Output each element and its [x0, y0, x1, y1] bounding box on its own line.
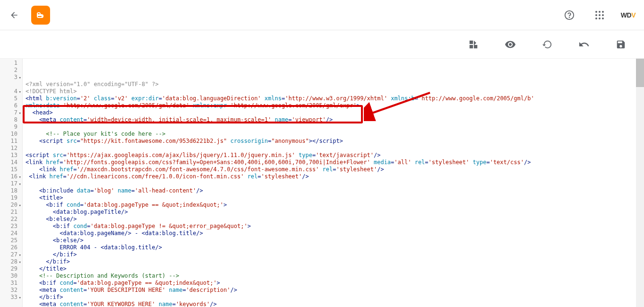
- line-number: 12: [0, 145, 17, 152]
- code-line[interactable]: <title>: [26, 194, 644, 202]
- code-line[interactable]: </b:if>: [26, 258, 644, 265]
- fold-marker[interactable]: ▾: [19, 88, 21, 96]
- app-header: WDV: [0, 0, 644, 30]
- line-number: 30: [0, 272, 17, 280]
- line-number: 13: [0, 152, 17, 159]
- restore-button[interactable]: [540, 37, 554, 52]
- svg-point-7: [602, 14, 604, 16]
- line-number: 8: [0, 116, 17, 123]
- code-line[interactable]: <b:if cond='data:blog.pageType == &quot;…: [26, 202, 644, 209]
- code-line[interactable]: <?xml version="1.0" encoding="UTF-8" ?>: [26, 81, 644, 88]
- help-icon[interactable]: [562, 8, 576, 22]
- line-number: 29: [0, 265, 17, 272]
- preview-button[interactable]: [503, 37, 517, 52]
- line-number: 2: [0, 67, 17, 74]
- save-button[interactable]: [614, 37, 628, 52]
- fold-marker[interactable]: ▾: [19, 181, 21, 188]
- line-number: 17▾: [0, 180, 17, 187]
- code-line[interactable]: [26, 123, 644, 131]
- line-number: 14: [0, 159, 17, 166]
- line-number: 28▾: [0, 258, 17, 265]
- line-number: 25: [0, 237, 17, 244]
- line-number: 20▾: [0, 202, 17, 209]
- fold-marker[interactable]: ▾: [19, 259, 21, 266]
- code-line[interactable]: ERROR 404 - <data:blog.title/>: [26, 244, 644, 251]
- code-line[interactable]: </title>: [26, 265, 644, 272]
- widgets-button[interactable]: [466, 37, 481, 52]
- line-number: 9: [0, 123, 17, 131]
- code-line[interactable]: <html b:version='2' class='v2' expr:dir=…: [26, 95, 630, 109]
- code-line[interactable]: <meta content='width=device-width, initi…: [26, 116, 644, 123]
- svg-point-9: [599, 18, 601, 19]
- svg-point-4: [602, 11, 604, 13]
- line-number: 1: [0, 60, 17, 67]
- vertical-scrollbar[interactable]: [636, 59, 644, 307]
- code-line[interactable]: <head>: [26, 109, 644, 116]
- svg-point-2: [595, 11, 597, 13]
- svg-point-8: [595, 18, 597, 19]
- line-number: 24: [0, 230, 17, 237]
- code-line[interactable]: <!-- Description and Keywords (start) --…: [26, 272, 644, 280]
- code-line[interactable]: <script src='https://ajax.googleapis.com…: [26, 152, 644, 159]
- code-line[interactable]: [26, 180, 644, 187]
- code-line[interactable]: <!-- Place your kit's code here -->: [26, 131, 644, 138]
- back-button[interactable]: [9, 9, 20, 21]
- code-content[interactable]: <?xml version="1.0" encoding="UTF-8" ?><…: [23, 59, 644, 307]
- line-number: 6: [0, 102, 17, 109]
- editor-toolbar: [0, 30, 644, 59]
- fold-marker[interactable]: ▾: [19, 174, 21, 181]
- undo-button[interactable]: [577, 37, 591, 52]
- line-number: 22: [0, 216, 17, 223]
- code-line[interactable]: <!DOCTYPE html>: [26, 88, 644, 95]
- code-line[interactable]: [26, 145, 644, 152]
- line-number: 32: [0, 287, 17, 294]
- code-line[interactable]: <link href='http://fonts.googleapis.com/…: [26, 159, 644, 166]
- code-line[interactable]: <b:else/>: [26, 237, 644, 244]
- code-line[interactable]: <script src="https://kit.fontawesome.com…: [26, 138, 644, 145]
- line-number: 33▾: [0, 294, 17, 301]
- code-editor[interactable]: 123▾4▾567▾8910111213141516▾17▾181920▾212…: [0, 59, 644, 307]
- blogger-logo-icon[interactable]: [31, 6, 50, 25]
- code-line[interactable]: <link href='//cdn.linearicons.com/free/1…: [26, 173, 644, 180]
- fold-marker[interactable]: ▾: [19, 294, 21, 301]
- code-line[interactable]: <meta content='YOUR DESCRIPTION HERE' na…: [26, 287, 644, 294]
- code-line[interactable]: <b:if cond='data:blog.pageType != &quot;…: [26, 223, 644, 230]
- svg-point-3: [599, 11, 601, 13]
- line-number: 11: [0, 138, 17, 145]
- code-line[interactable]: <data:blog.pageName/> - <data:blog.title…: [26, 230, 644, 237]
- line-number: 18: [0, 187, 17, 194]
- code-line[interactable]: <meta content='YOUR KEYWORDS HERE' name=…: [26, 301, 644, 307]
- line-number: 31: [0, 280, 17, 287]
- line-number: 27▾: [0, 251, 17, 258]
- line-number-gutter: 123▾4▾567▾8910111213141516▾17▾181920▾212…: [0, 59, 23, 307]
- code-line[interactable]: </b:if>: [26, 294, 644, 301]
- line-number: 16▾: [0, 173, 17, 180]
- line-number: 5: [0, 95, 17, 102]
- line-number: 15: [0, 166, 17, 173]
- scrollbar-thumb[interactable]: [636, 59, 644, 87]
- line-number: 26: [0, 244, 17, 251]
- line-number: 7▾: [0, 109, 17, 116]
- apps-grid-icon[interactable]: [592, 8, 607, 22]
- line-number: 10: [0, 131, 17, 138]
- line-number: 21: [0, 209, 17, 216]
- fold-marker[interactable]: ▾: [19, 202, 21, 209]
- line-number: 3▾: [0, 74, 17, 81]
- fold-marker[interactable]: ▾: [19, 110, 21, 117]
- code-line[interactable]: <b:else/>: [26, 216, 644, 223]
- line-number: 19: [0, 194, 17, 202]
- fold-marker[interactable]: ▾: [19, 252, 21, 259]
- svg-point-6: [599, 14, 601, 16]
- code-line[interactable]: <b:if cond='data:blog.pageType == &quot;…: [26, 280, 644, 287]
- fold-marker[interactable]: ▾: [19, 74, 21, 81]
- user-avatar[interactable]: WDV: [621, 11, 635, 19]
- svg-point-5: [595, 14, 597, 16]
- line-number: 4▾: [0, 88, 17, 95]
- svg-point-1: [569, 17, 569, 18]
- code-line[interactable]: <data:blog.pageTitle/>: [26, 209, 644, 216]
- svg-point-10: [602, 18, 604, 19]
- code-line[interactable]: </b:if>: [26, 251, 644, 258]
- code-line[interactable]: <link href='//maxcdn.bootstrapcdn.com/fo…: [26, 166, 644, 173]
- line-number: 23: [0, 223, 17, 230]
- code-line[interactable]: <b:include data='blog' name='all-head-co…: [26, 187, 644, 194]
